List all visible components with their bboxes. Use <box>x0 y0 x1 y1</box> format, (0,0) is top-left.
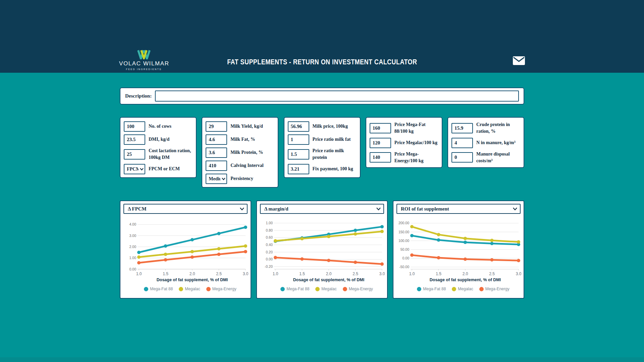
milk-fat-label: Milk Fat, % <box>230 136 274 143</box>
legend-item: Mega-Energy <box>206 287 236 291</box>
chart-metric-select[interactable]: Δ margin/d <box>260 204 384 214</box>
price-mega-fat-input[interactable] <box>370 123 391 133</box>
legend-label: Mega-Energy <box>485 287 509 291</box>
fix-payment-input[interactable] <box>288 164 309 174</box>
input-row: Fix payment, 100 kg <box>288 164 357 174</box>
legend-dot <box>144 287 148 291</box>
logo-subtitle: FEED INGREDIENTS <box>119 68 169 70</box>
price-mega-energy-input[interactable] <box>370 152 391 163</box>
svg-text:0.00: 0.00 <box>402 256 410 260</box>
svg-text:1.0: 1.0 <box>136 272 142 276</box>
svg-text:1.5: 1.5 <box>299 272 305 276</box>
input-row: FPCM FPCM or ECM <box>124 164 193 174</box>
input-row: Milk Protein, % <box>206 147 274 158</box>
svg-text:0.00: 0.00 <box>266 257 273 261</box>
price-ratio-milk-protein-input[interactable] <box>288 149 309 160</box>
chart-metric-select[interactable]: Δ FPCM <box>123 204 248 214</box>
description-card: Description: <box>120 87 524 105</box>
input-row: Milk Yield, kg/d <box>206 121 274 132</box>
dmi-label: DMI, kg/d <box>149 136 193 143</box>
chart-metric-select[interactable]: ROI of fat supplement <box>396 204 521 214</box>
svg-text:0.20: 0.20 <box>266 250 273 254</box>
crude-protein-label: Crude protein in ration, % <box>476 121 520 135</box>
legend-dot <box>343 287 347 291</box>
legend-item: Mega-Fat 88 <box>144 287 173 291</box>
mail-icon[interactable] <box>513 56 525 66</box>
persistency-select[interactable]: Medium <box>206 174 227 184</box>
legend-item: Mega-Fat 88 <box>280 287 309 291</box>
svg-text:150.00: 150.00 <box>398 230 409 234</box>
legend-dot <box>417 287 421 291</box>
input-row: Price ratio milk protein <box>288 147 357 161</box>
legend-dot <box>452 287 456 291</box>
legend-label: Megalac <box>458 287 473 291</box>
svg-text:2.0: 2.0 <box>326 272 332 276</box>
svg-text:2.5: 2.5 <box>216 272 222 276</box>
manure-disposal-input[interactable] <box>451 152 473 163</box>
input-row: N in manure, kg/m³ <box>451 138 520 148</box>
svg-text:Dosage of fat supplement, % of: Dosage of fat supplement, % of DMI <box>430 278 501 282</box>
input-row: Price Mega-Fat 88/100 kg <box>370 121 438 135</box>
legend-label: Mega-Fat 88 <box>286 287 309 291</box>
dmi-input[interactable] <box>124 134 145 145</box>
svg-text:1.00: 1.00 <box>266 221 273 225</box>
svg-text:1.0: 1.0 <box>273 272 278 276</box>
svg-text:Dosage of fat supplement, % of: Dosage of fat supplement, % of DMI <box>293 278 365 282</box>
svg-text:2.5: 2.5 <box>353 272 358 276</box>
fpcm-ecm-select[interactable]: FPCM <box>124 164 145 174</box>
calving-interval-input[interactable] <box>206 161 227 171</box>
svg-text:200.00: 200.00 <box>398 221 409 225</box>
price-megalac-label: Price Megalac/100 kg <box>394 139 438 146</box>
legend-dot <box>280 287 285 291</box>
price-ratio-milk-fat-input[interactable] <box>288 134 309 145</box>
legend-label: Megalac <box>185 287 200 291</box>
chart-legend: Mega-Fat 88MegalacMega-Energy <box>396 287 521 291</box>
persistency-label: Persistency <box>230 175 274 182</box>
milk-protein-input[interactable] <box>206 147 227 158</box>
milk-protein-label: Milk Protein, % <box>230 149 274 156</box>
legend-item: Mega-Energy <box>479 287 509 291</box>
n-in-manure-input[interactable] <box>451 138 473 148</box>
legend-item: Megalac <box>315 287 336 291</box>
input-row: DMI, kg/d <box>124 134 193 145</box>
svg-text:1.5: 1.5 <box>436 272 441 276</box>
no-of-cows-input[interactable] <box>124 121 145 132</box>
chart-card-delta-fpcm: Δ FPCM 0.001.002.003.004.001.01.52.02.53… <box>120 200 251 299</box>
svg-text:1.00: 1.00 <box>129 256 137 260</box>
milk-fat-input[interactable] <box>206 134 227 145</box>
milk-yield-input[interactable] <box>206 121 227 132</box>
svg-text:3.0: 3.0 <box>379 272 385 276</box>
svg-text:0.80: 0.80 <box>266 228 273 232</box>
description-input[interactable] <box>155 90 519 102</box>
legend-item: Megalac <box>179 287 200 291</box>
chart-card-delta-margin: Δ margin/d -0.200.000.200.400.600.801.00… <box>256 200 388 299</box>
svg-text:2.5: 2.5 <box>489 272 495 276</box>
legend-dot <box>479 287 484 291</box>
crude-protein-input[interactable] <box>451 123 473 133</box>
price-ratio-milk-fat-label: Price ratio milk fat <box>313 136 357 143</box>
price-mega-energy-label: Price Mega-Energy/100 kg <box>394 151 438 165</box>
cost-lactation-ration-input[interactable] <box>124 149 145 160</box>
svg-text:3.0: 3.0 <box>516 272 521 276</box>
fpcm-ecm-label: FPCM or ECM <box>149 166 193 172</box>
milk-price-input[interactable] <box>288 121 309 132</box>
svg-text:0.40: 0.40 <box>266 243 273 247</box>
legend-label: Mega-Fat 88 <box>150 287 173 291</box>
fix-payment-label: Fix payment, 100 kg <box>313 166 357 172</box>
line-chart: -0.200.000.200.400.600.801.001.01.52.02.… <box>260 216 384 286</box>
panel-supplement-prices: Price Mega-Fat 88/100 kg Price Megalac/1… <box>366 117 442 168</box>
input-row: Medium Persistency <box>206 174 274 184</box>
app-header: VOLAC WILMAR FEED INGREDIENTS FAT SUPPLE… <box>0 0 644 73</box>
input-row: No. of cows <box>124 121 193 132</box>
chart-legend: Mega-Fat 88MegalacMega-Energy <box>260 287 384 291</box>
n-in-manure-label: N in manure, kg/m³ <box>476 139 520 146</box>
legend-item: Mega-Energy <box>343 287 373 291</box>
svg-text:3.0: 3.0 <box>243 272 248 276</box>
line-chart: 0.001.002.003.004.001.01.52.02.53.0Dosag… <box>123 216 248 286</box>
svg-text:0.60: 0.60 <box>266 235 273 239</box>
svg-text:50.00: 50.00 <box>400 247 409 251</box>
line-chart: -50.000.0050.00100.00150.00200.001.01.52… <box>396 216 521 286</box>
price-megalac-input[interactable] <box>370 138 391 148</box>
milk-yield-label: Milk Yield, kg/d <box>230 123 274 130</box>
calving-interval-label: Calving Interval <box>230 162 274 169</box>
